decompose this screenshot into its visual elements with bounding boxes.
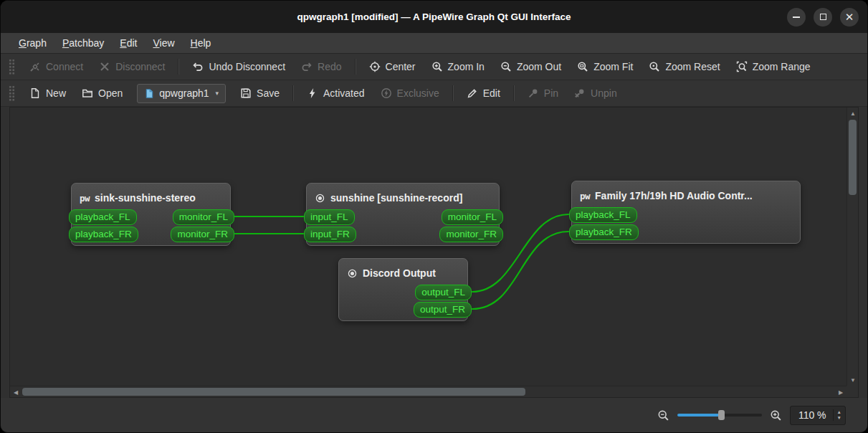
- connect-button[interactable]: Connect: [22, 57, 91, 76]
- scroll-up-arrow[interactable]: ▲: [847, 108, 859, 119]
- zoom-in-icon[interactable]: [770, 409, 782, 422]
- pipewire-icon: pw: [580, 191, 590, 201]
- undo-icon: [192, 61, 204, 72]
- toolbar-patchbay: New Open qpwgraph1 ▾ Save Activated Excl…: [1, 80, 867, 107]
- minimize-button[interactable]: [787, 8, 806, 27]
- toolbar-grip[interactable]: [9, 59, 15, 75]
- port-monitor-fl[interactable]: monitor_FL: [173, 209, 234, 225]
- toolbar-grip[interactable]: [9, 85, 15, 101]
- unpin-button[interactable]: Unpin: [566, 84, 625, 103]
- scroll-down-arrow[interactable]: ▼: [847, 374, 859, 386]
- zoom-slider-handle[interactable]: [718, 410, 725, 420]
- center-button[interactable]: Center: [361, 57, 424, 76]
- unpin-label: Unpin: [591, 87, 617, 99]
- open-folder-icon: [82, 87, 93, 99]
- horizontal-scrollbar-thumb[interactable]: [22, 388, 525, 396]
- port-playback-fr[interactable]: playback_FR: [569, 224, 639, 240]
- menu-edit[interactable]: Edit: [112, 35, 145, 51]
- save-icon: [240, 87, 252, 99]
- redo-button[interactable]: Redo: [293, 57, 349, 76]
- port-monitor-fr[interactable]: monitor_FR: [171, 227, 234, 242]
- port-input-fl[interactable]: input_FL: [304, 209, 355, 225]
- exclusive-icon: [381, 87, 392, 99]
- spin-down-button[interactable]: ▼: [837, 415, 841, 421]
- horizontal-scrollbar[interactable]: ◀ ▶: [10, 386, 846, 397]
- zoom-range-label: Zoom Range: [753, 61, 811, 72]
- port-playback-fr[interactable]: playback_FR: [69, 227, 138, 242]
- scroll-right-arrow[interactable]: ▶: [835, 386, 846, 398]
- new-label: New: [46, 87, 66, 99]
- zoom-fit-label: Zoom Fit: [593, 61, 633, 72]
- patchbay-combo[interactable]: qpwgraph1 ▾: [137, 84, 226, 103]
- port-playback-fl[interactable]: playback_FL: [569, 207, 637, 223]
- edit-icon: [467, 87, 478, 99]
- node-sunshine-record[interactable]: sunshine [sunshine-record] input_FL moni…: [306, 183, 500, 246]
- toolbar-main: Connect Disconnect Undo Disconnect Redo …: [1, 54, 867, 80]
- node-family-audio[interactable]: pw Family 17h/19h HD Audio Contr... play…: [571, 181, 801, 244]
- spin-up-button[interactable]: ▲: [837, 409, 841, 415]
- maximize-button[interactable]: [814, 8, 832, 27]
- open-label: Open: [98, 87, 123, 99]
- zoom-reset-button[interactable]: Zoom Reset: [641, 57, 728, 76]
- undo-disconnect-button[interactable]: Undo Disconnect: [184, 57, 293, 76]
- node-header: sunshine [sunshine-record]: [307, 184, 499, 209]
- disconnect-button[interactable]: Disconnect: [91, 57, 173, 76]
- new-button[interactable]: New: [22, 84, 74, 103]
- menu-view[interactable]: View: [145, 35, 182, 51]
- node-discord-output[interactable]: Discord Output output_FL output_FR: [338, 258, 468, 321]
- zoom-out-label: Zoom Out: [517, 61, 561, 72]
- pin-label: Pin: [544, 87, 558, 99]
- zoom-slider[interactable]: [677, 408, 762, 422]
- new-file-icon: [29, 87, 41, 99]
- connect-icon: [29, 61, 41, 72]
- menu-patchbay[interactable]: Patchbay: [54, 35, 112, 51]
- zoom-in-icon: [431, 61, 443, 72]
- port-monitor-fl[interactable]: monitor_FL: [442, 209, 503, 225]
- zoom-slider-fill: [677, 414, 721, 417]
- toolbar-separator: [355, 59, 356, 75]
- zoom-out-icon[interactable]: [657, 409, 669, 422]
- menu-help[interactable]: Help: [183, 35, 219, 51]
- pin-button[interactable]: Pin: [520, 84, 566, 103]
- port-output-fr[interactable]: output_FR: [414, 302, 472, 318]
- node-sink-sunshine-stereo[interactable]: pw sink-sunshine-stereo playback_FL moni…: [71, 183, 231, 246]
- chevron-down-icon: ▾: [216, 90, 219, 97]
- close-icon: ✕: [845, 11, 854, 22]
- scroll-left-arrow[interactable]: ◀: [10, 386, 22, 398]
- menu-graph[interactable]: Graph: [11, 35, 54, 51]
- activated-icon: [307, 87, 318, 99]
- port-playback-fl[interactable]: playback_FL: [69, 209, 137, 225]
- zoom-range-icon: [736, 61, 748, 72]
- node-header: pw sink-sunshine-stereo: [72, 184, 230, 209]
- zoom-range-button[interactable]: Zoom Range: [728, 57, 819, 76]
- vertical-scrollbar-thumb[interactable]: [849, 120, 857, 195]
- toolbar-separator: [292, 85, 294, 101]
- zoom-fit-button[interactable]: Zoom Fit: [569, 57, 641, 76]
- zoom-spinbox[interactable]: 110 % ▲ ▼: [790, 406, 846, 425]
- zoom-in-button[interactable]: Zoom In: [424, 57, 492, 76]
- toolbar-separator: [513, 85, 515, 101]
- center-icon: [369, 61, 381, 72]
- zoom-out-icon: [500, 61, 512, 72]
- save-button[interactable]: Save: [232, 84, 287, 103]
- exclusive-button[interactable]: Exclusive: [373, 84, 447, 103]
- node-header: Discord Output: [339, 259, 467, 285]
- zoom-reset-icon: [649, 61, 660, 72]
- node-title: Discord Output: [363, 267, 436, 279]
- record-icon: [347, 268, 358, 279]
- spin-buttons: ▲ ▼: [833, 409, 841, 421]
- edit-button[interactable]: Edit: [459, 84, 508, 103]
- zoom-out-button[interactable]: Zoom Out: [492, 57, 569, 76]
- close-button[interactable]: ✕: [840, 8, 859, 27]
- open-button[interactable]: Open: [74, 84, 130, 103]
- port-output-fl[interactable]: output_FL: [415, 285, 472, 300]
- activated-button[interactable]: Activated: [299, 84, 373, 103]
- unpin-icon: [574, 87, 586, 99]
- zoom-value: 110 %: [798, 409, 826, 421]
- undo-disconnect-label: Undo Disconnect: [209, 61, 285, 72]
- vertical-scrollbar[interactable]: ▲ ▼: [846, 108, 858, 386]
- port-monitor-fr[interactable]: monitor_FR: [439, 227, 503, 242]
- port-input-fr[interactable]: input_FR: [304, 227, 356, 242]
- minimize-icon: [793, 16, 800, 18]
- graph-canvas[interactable]: pw sink-sunshine-stereo playback_FL moni…: [10, 108, 846, 386]
